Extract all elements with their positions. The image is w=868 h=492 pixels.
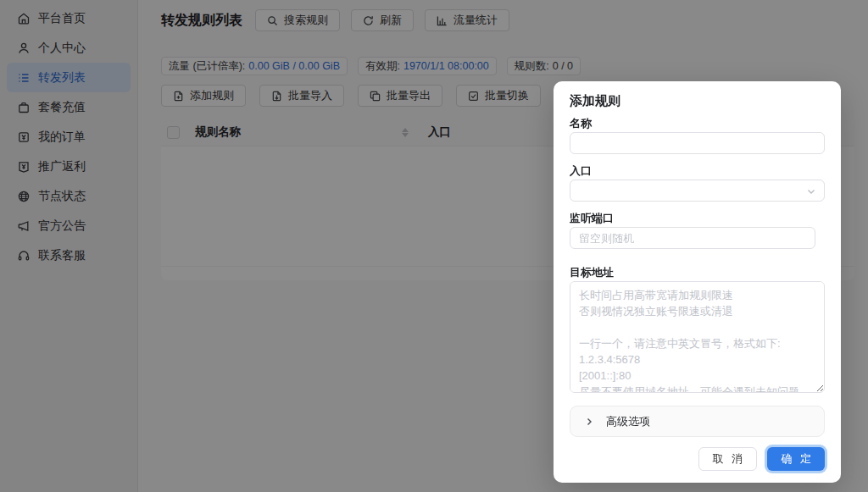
- name-label: 名称: [570, 117, 825, 130]
- chevron-right-icon: [584, 417, 594, 427]
- cancel-button[interactable]: 取 消: [698, 447, 758, 471]
- confirm-button[interactable]: 确 定: [767, 447, 825, 471]
- modal-title: 添加规则: [570, 93, 825, 108]
- target-label: 目标地址: [570, 266, 825, 279]
- port-input[interactable]: [570, 227, 815, 249]
- chevron-down-icon: [806, 186, 816, 196]
- target-textarea[interactable]: [570, 281, 825, 393]
- modal-footer: 取 消 确 定: [570, 447, 825, 471]
- port-label: 监听端口: [570, 212, 825, 224]
- name-input[interactable]: [570, 132, 825, 154]
- entry-label: 入口: [570, 164, 825, 177]
- entry-select[interactable]: [570, 180, 825, 202]
- advanced-options-toggle[interactable]: 高级选项: [570, 406, 825, 437]
- advanced-options-label: 高级选项: [606, 414, 650, 429]
- add-rule-modal: 添加规则 名称 入口 监听端口 目标地址 高级选项 取 消 确 定: [554, 81, 841, 483]
